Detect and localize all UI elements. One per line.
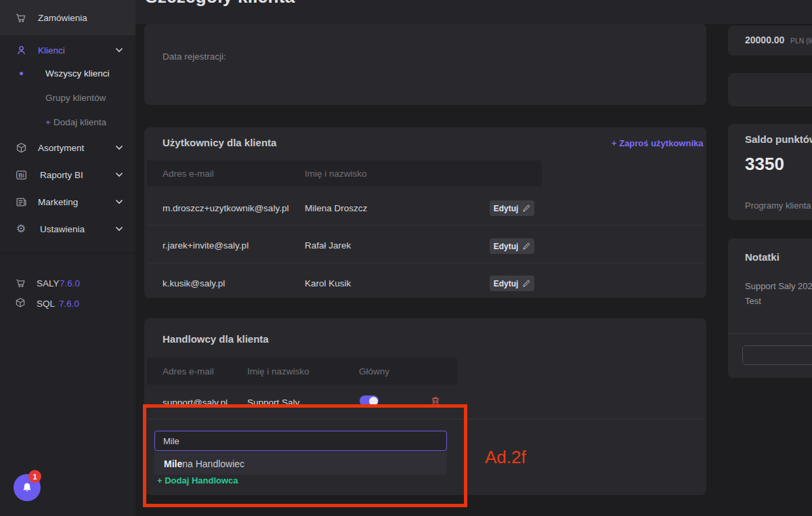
pencil-icon — [522, 280, 530, 288]
news-icon — [15, 196, 27, 208]
version-number: 7.6.0 — [60, 278, 80, 288]
registration-label: Data rejestracji: — [163, 51, 226, 62]
sidebar-item-marketing[interactable]: Marketing — [0, 188, 135, 215]
sidebar-item-label: Zamówienia — [38, 13, 87, 23]
limit-card: 20000.00 PLN (limit) — [728, 26, 812, 56]
app-window: Szczegóły klienta Zamówienia Klienci — [0, 0, 812, 516]
users-card: Użytkownicy dla klienta + Zaproś użytkow… — [144, 127, 706, 298]
user-name: Karol Kusik — [305, 278, 351, 288]
pencil-icon — [522, 242, 530, 251]
note-input[interactable] — [742, 345, 812, 365]
salesmen-card-title: Handlowcy dla klienta — [163, 333, 269, 345]
sidebar-version-sql: SQL 7.6.0 — [0, 293, 135, 314]
salesmen-card: Handlowcy dla klienta Adres e-mail Imię … — [144, 318, 706, 495]
add-salesman-link[interactable]: + Dodaj Handlowca — [157, 475, 238, 486]
sidebar-item-zamowienia[interactable]: Zamówienia — [0, 0, 135, 35]
notes-title: Notatki — [745, 251, 779, 263]
edit-user-button[interactable]: Edytuj — [490, 200, 534, 216]
sidebar-version-saly: SALY 7.6.0 — [0, 273, 135, 293]
points-value: 3350 — [745, 154, 784, 175]
users-table-header: Adres e-mail Imię i nazwisko — [147, 160, 542, 186]
version-number: 7.6.0 — [59, 299, 79, 309]
empty-card — [728, 73, 812, 106]
annotation-label: Ad.2f — [485, 447, 526, 468]
notification-badge: 1 — [28, 470, 41, 483]
delete-salesman-button[interactable] — [423, 389, 448, 413]
user-name: Milena Droszcz — [305, 203, 367, 213]
note-line: Test — [745, 296, 761, 306]
row-divider — [147, 418, 704, 419]
pencil-icon — [522, 205, 530, 213]
sidebar-item-raporty-bi[interactable]: Bi Raporty BI — [0, 161, 135, 188]
limit-unit: PLN (limit) — [790, 37, 812, 45]
user-email: k.kusik@saly.pl — [163, 278, 225, 288]
bell-icon — [22, 482, 33, 494]
client-programs-label[interactable]: Programy klienta — [745, 200, 811, 211]
users-card-title: Użytkownicy dla klienta — [163, 137, 276, 148]
cube-icon — [15, 297, 27, 309]
points-card: Saldo punktów 3350 Programy klienta — [728, 124, 812, 220]
trash-icon — [431, 396, 440, 406]
column-header-email: Adres e-mail — [163, 169, 214, 179]
gear-icon: ⚙ — [15, 223, 27, 235]
active-bullet-icon — [20, 72, 23, 75]
salesman-search-input[interactable] — [154, 431, 447, 451]
notes-divider — [728, 333, 812, 334]
page-title: Szczegóły klienta — [146, 0, 430, 6]
salesman-email: support@saly.pl — [163, 397, 228, 408]
chevron-down-icon[interactable] — [115, 145, 123, 150]
notes-card: Notatki Support Saly 2023 Test — [728, 238, 812, 378]
salesman-name: Support Saly — [247, 397, 299, 408]
salesman-dropdown: Milena Handlowiec — [154, 452, 447, 475]
toggle-knob — [369, 397, 378, 406]
column-header-email: Adres e-mail — [163, 366, 214, 377]
sidebar-item-klienci[interactable]: Klienci — [0, 37, 135, 64]
chevron-down-icon[interactable] — [115, 226, 123, 232]
cart-icon — [15, 277, 27, 289]
column-header-name: Imię i nazwisko — [247, 366, 309, 377]
salesmen-table-header: Adres e-mail Imię i nazwisko Główny — [147, 358, 457, 385]
user-email: r.jarek+invite@saly.pl — [163, 240, 249, 251]
registration-card: Data rejestracji: — [144, 24, 706, 105]
sidebar-item-grupy-klientow[interactable]: Grupy klientów — [0, 87, 135, 108]
sidebar-item-wszyscy-klienci[interactable]: Wszyscy klienci — [0, 63, 135, 83]
sidebar-item-asortyment[interactable]: Asortyment — [0, 134, 135, 161]
limit-amount: 20000.00 — [745, 35, 784, 45]
user-name: Rafał Jarek — [305, 240, 351, 251]
sidebar-item-label: Klienci — [38, 45, 65, 56]
column-header-name: Imię i nazwisko — [305, 169, 367, 179]
bi-icon: Bi — [15, 169, 27, 181]
plus-icon: + — [45, 117, 51, 127]
cart-icon — [15, 12, 27, 24]
chevron-down-icon[interactable] — [115, 199, 123, 205]
chevron-down-icon[interactable] — [115, 47, 123, 53]
sidebar: Zamówienia Klienci Wszyscy klienci Grupy… — [0, 0, 135, 516]
edit-user-button[interactable]: Edytuj — [490, 276, 534, 291]
page-header: Szczegóły klienta — [135, 0, 812, 24]
invite-user-link[interactable]: + Zaproś użytkownika — [612, 138, 703, 148]
user-email: m.droszcz+uzytkownik@saly.pl — [163, 203, 289, 213]
column-header-main: Główny — [359, 366, 389, 377]
points-title: Saldo punktów — [745, 133, 812, 145]
chevron-down-icon[interactable] — [115, 172, 123, 177]
svg-text:Bi: Bi — [18, 171, 24, 178]
cube-icon — [15, 142, 27, 154]
edit-user-button[interactable]: Edytuj — [490, 238, 534, 254]
sidebar-item-ustawienia[interactable]: ⚙ Ustawienia — [0, 215, 135, 242]
sidebar-divider — [0, 253, 135, 253]
user-icon — [15, 44, 27, 56]
row-divider — [147, 225, 704, 225]
main-salesman-toggle[interactable] — [360, 395, 379, 406]
dropdown-option[interactable]: Milena Handlowiec — [164, 458, 244, 469]
sidebar-item-dodaj-klienta[interactable]: + Dodaj klienta — [0, 112, 135, 132]
note-line: Support Saly 2023 — [745, 281, 812, 291]
row-divider — [147, 263, 704, 263]
